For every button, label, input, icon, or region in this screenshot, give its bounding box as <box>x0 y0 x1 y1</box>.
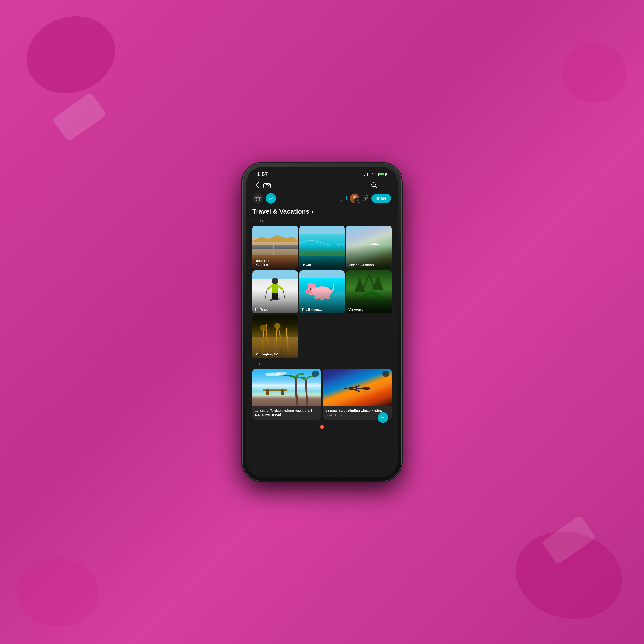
svg-marker-10 <box>252 235 298 241</box>
svg-line-14 <box>267 286 272 290</box>
notification-dot <box>320 425 324 429</box>
items-grid: ··· 10 Best Affordable Winter Vacations … <box>252 369 392 420</box>
battery-icon <box>378 173 387 176</box>
folder-ski-trips[interactable]: Ski Trips <box>252 270 298 314</box>
status-time: 1:57 <box>257 171 268 177</box>
share-button[interactable]: share <box>371 194 391 203</box>
svg-point-23 <box>308 283 313 289</box>
svg-point-1 <box>266 184 268 187</box>
collaborator-count: 1 <box>356 199 360 202</box>
folder-label-road-trip: Road TripPlanning <box>255 259 269 267</box>
svg-point-9 <box>353 196 356 198</box>
svg-point-50 <box>276 372 287 375</box>
folder-label-bahamas: The Bahamas <box>302 308 323 311</box>
folders-grid: Road TripPlanning <box>252 226 392 269</box>
item-card-1[interactable]: ··· 10 Best Affordable Winter Vacations … <box>252 369 321 420</box>
svg-point-12 <box>272 278 278 284</box>
svg-line-48 <box>306 380 307 406</box>
item-2-title: 13 Easy Steps Finding Cheap Flights <box>326 409 389 413</box>
screen: 1:57 <box>246 167 398 477</box>
folder-vancouver[interactable]: Vancouver <box>346 270 392 314</box>
folder-label-iceland: Iceland Vacation <box>348 263 374 267</box>
action-left <box>253 193 276 204</box>
items-section-label: items <box>252 362 392 366</box>
folder-label-wilmington: Wilmington, NC <box>255 352 279 356</box>
svg-line-4 <box>375 186 377 188</box>
folder-label-ski-trips: Ski Trips <box>255 308 268 311</box>
board-title-text: Travel & Vacations <box>252 208 309 215</box>
item-1-menu[interactable]: ··· <box>312 371 319 377</box>
phone-shell: 1:57 <box>243 163 401 481</box>
nav-bar: ··· <box>246 179 398 192</box>
folder-road-trip[interactable]: Road TripPlanning <box>252 226 298 269</box>
folders-section-label: folders <box>252 219 392 223</box>
folder-bahamas[interactable]: The Bahamas <box>299 270 345 314</box>
back-button[interactable] <box>253 180 262 190</box>
folders-grid-row3: Wilmington, NC <box>252 315 392 358</box>
content-area[interactable]: .content-area::-webkit-scrollbar{display… <box>246 206 398 477</box>
board-title: Travel & Vacations ▾ <box>252 208 392 215</box>
phone-wrapper: 1:57 <box>243 163 401 481</box>
svg-marker-34 <box>373 275 384 290</box>
more-button[interactable]: ··· <box>382 180 391 190</box>
item-card-2[interactable]: ··· 13 Easy Steps Finding Cheap Flights … <box>323 369 392 420</box>
search-button[interactable] <box>369 180 379 190</box>
chat-button[interactable] <box>340 195 347 202</box>
svg-marker-5 <box>256 196 260 200</box>
avatar-badge: 1 total <box>354 198 361 204</box>
item-1-title: 10 Best Affordable Winter Vacations | U.… <box>255 409 318 417</box>
signal-icon <box>364 173 369 176</box>
items-section: items <box>252 362 392 429</box>
collaborator-label: total <box>356 202 360 204</box>
action-right: 1 total share <box>340 194 391 203</box>
folder-iceland[interactable]: Iceland Vacation <box>346 226 392 269</box>
svg-point-2 <box>269 184 270 185</box>
status-bar: 1:57 <box>246 167 398 179</box>
svg-point-42 <box>260 325 267 331</box>
folder-hawaii[interactable]: Hawaii <box>299 226 345 269</box>
svg-point-3 <box>372 183 375 187</box>
board-title-arrow[interactable]: ▾ <box>311 209 314 214</box>
avatar-container[interactable]: 1 total <box>350 194 359 203</box>
app-background: 1:57 <box>0 0 644 644</box>
check-button[interactable] <box>266 193 276 204</box>
svg-rect-45 <box>266 389 269 395</box>
svg-point-24 <box>312 283 316 289</box>
svg-point-43 <box>274 323 280 329</box>
folders-grid-row2: Ski Trips <box>252 270 392 314</box>
status-icons <box>364 172 387 177</box>
svg-rect-46 <box>281 389 284 395</box>
action-bar: 1 total share <box>246 192 398 206</box>
wifi-icon <box>372 172 376 177</box>
svg-line-47 <box>296 378 297 406</box>
star-button[interactable] <box>253 193 263 204</box>
folder-wilmington[interactable]: Wilmington, NC <box>252 315 298 358</box>
folder-label-vancouver: Vancouver <box>348 308 365 311</box>
item-2-menu[interactable]: ··· <box>382 371 389 377</box>
add-item-button[interactable]: + <box>378 412 388 423</box>
folder-label-hawaii: Hawaii <box>302 263 312 267</box>
link-button[interactable] <box>362 195 368 202</box>
svg-line-15 <box>278 286 283 290</box>
camera-button[interactable] <box>262 180 272 190</box>
